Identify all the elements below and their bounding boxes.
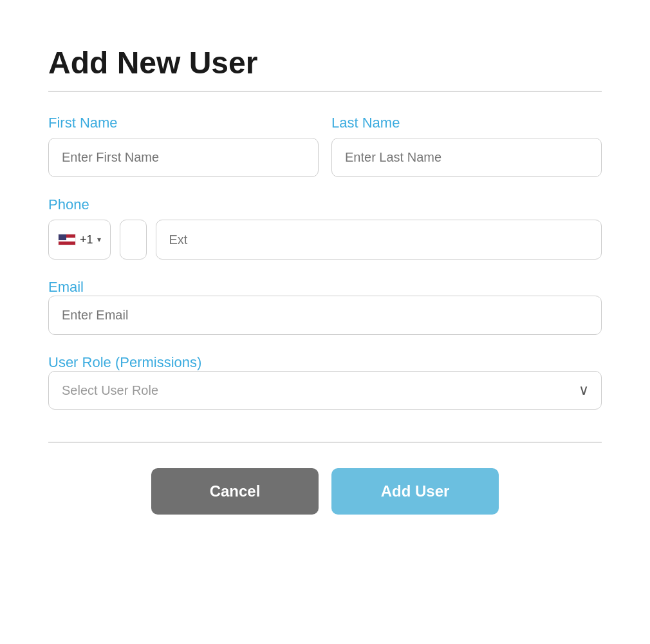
modal-title: Add New User — [48, 45, 602, 80]
name-row: First Name Last Name — [48, 115, 602, 177]
last-name-group: Last Name — [331, 115, 602, 177]
cancel-button[interactable]: Cancel — [151, 468, 319, 515]
us-flag-icon — [58, 234, 76, 245]
user-role-section: User Role (Permissions) Select User Role… — [48, 354, 602, 410]
add-user-modal: Add New User First Name Last Name Phone — [13, 13, 637, 644]
email-section: Email — [48, 279, 602, 335]
button-row: Cancel Add User — [48, 468, 602, 515]
phone-section: Phone +1 ▾ — [48, 196, 602, 279]
phone-number-input[interactable] — [120, 220, 147, 260]
country-code-value: +1 — [80, 233, 93, 247]
last-name-input[interactable] — [331, 138, 602, 177]
first-name-label: First Name — [48, 115, 319, 131]
user-role-select[interactable]: Select User Role AdminManagerViewerEdito… — [48, 371, 602, 410]
first-name-group: First Name — [48, 115, 319, 177]
country-code-chevron-icon: ▾ — [97, 235, 101, 244]
email-input[interactable] — [48, 296, 602, 335]
first-name-input[interactable] — [48, 138, 319, 177]
country-code-selector[interactable]: +1 ▾ — [48, 220, 111, 260]
phone-label: Phone — [48, 196, 89, 213]
phone-ext-input[interactable] — [156, 220, 602, 260]
title-divider — [48, 91, 602, 91]
phone-row: +1 ▾ — [48, 220, 602, 260]
user-role-wrapper: Select User Role AdminManagerViewerEdito… — [48, 371, 602, 410]
user-role-label: User Role (Permissions) — [48, 354, 201, 370]
add-user-button[interactable]: Add User — [331, 468, 499, 515]
email-label: Email — [48, 279, 84, 295]
footer-divider — [48, 442, 602, 442]
last-name-label: Last Name — [331, 115, 602, 131]
